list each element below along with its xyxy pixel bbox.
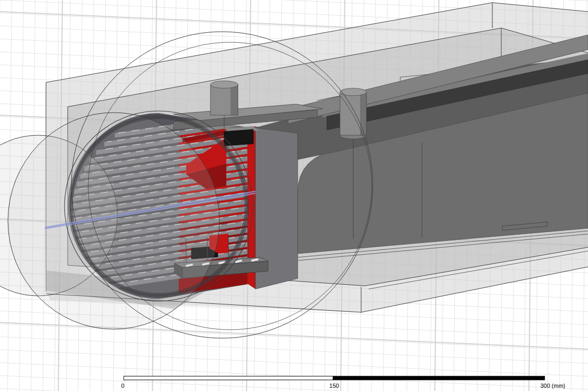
scale-label-mid: 150 <box>329 383 339 389</box>
mounting-post-2[interactable] <box>340 88 366 139</box>
model-scene[interactable]: 0 150 300 (mm) <box>0 0 588 391</box>
scale-label-start: 0 <box>121 383 124 389</box>
mounting-post-1[interactable] <box>210 81 238 115</box>
scale-bar-white-half <box>124 376 333 380</box>
scale-label-end: 300 (mm) <box>540 383 565 389</box>
scale-bar: 0 150 300 (mm) <box>121 376 565 389</box>
cad-3d-viewport[interactable]: 0 150 300 (mm) <box>0 0 588 391</box>
scale-bar-black-half <box>333 376 545 380</box>
sensor-block-top[interactable] <box>224 129 253 146</box>
